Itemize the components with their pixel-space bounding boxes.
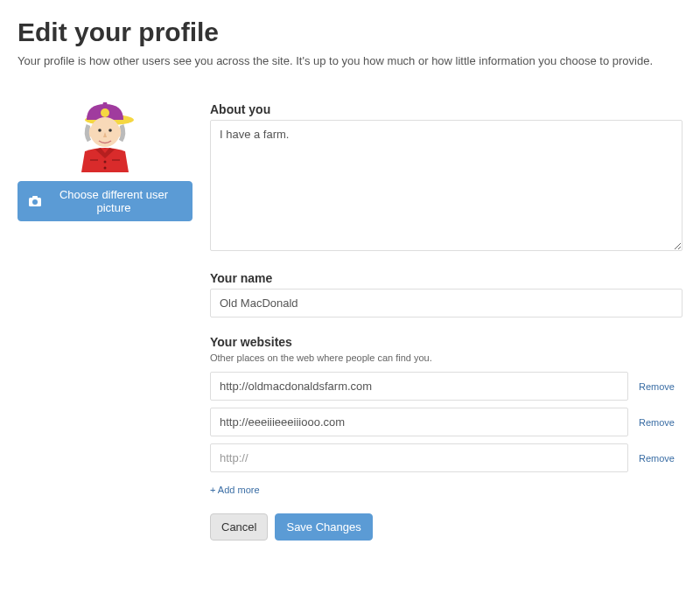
avatar bbox=[66, 102, 144, 172]
remove-website-link[interactable]: Remove bbox=[639, 417, 682, 428]
website-input[interactable] bbox=[210, 372, 628, 401]
svg-point-1 bbox=[101, 108, 109, 117]
remove-website-link[interactable]: Remove bbox=[639, 381, 682, 392]
about-label: About you bbox=[210, 102, 682, 116]
add-more-link[interactable]: + Add more bbox=[210, 485, 260, 495]
save-button[interactable]: Save Changes bbox=[275, 513, 372, 541]
website-input[interactable] bbox=[210, 443, 628, 472]
websites-help: Other places on the web where people can… bbox=[210, 352, 682, 363]
websites-label: Your websites bbox=[210, 335, 682, 349]
choose-picture-button[interactable]: Choose different user picture bbox=[18, 181, 192, 221]
svg-point-7 bbox=[108, 129, 112, 132]
remove-website-link[interactable]: Remove bbox=[639, 453, 682, 464]
about-textarea[interactable] bbox=[210, 120, 682, 251]
svg-rect-13 bbox=[32, 196, 38, 199]
website-input[interactable] bbox=[210, 408, 628, 436]
cancel-button[interactable]: Cancel bbox=[210, 513, 268, 541]
choose-picture-label: Choose different user picture bbox=[46, 188, 181, 214]
svg-point-14 bbox=[32, 199, 38, 205]
page-subtitle: Your profile is how other users see you … bbox=[18, 54, 682, 67]
page-title: Edit your profile bbox=[18, 17, 682, 47]
camera-icon bbox=[29, 196, 41, 206]
svg-point-8 bbox=[104, 161, 107, 164]
name-label: Your name bbox=[210, 271, 682, 285]
name-input[interactable] bbox=[210, 289, 682, 317]
svg-point-6 bbox=[98, 129, 102, 132]
svg-point-9 bbox=[104, 167, 107, 170]
